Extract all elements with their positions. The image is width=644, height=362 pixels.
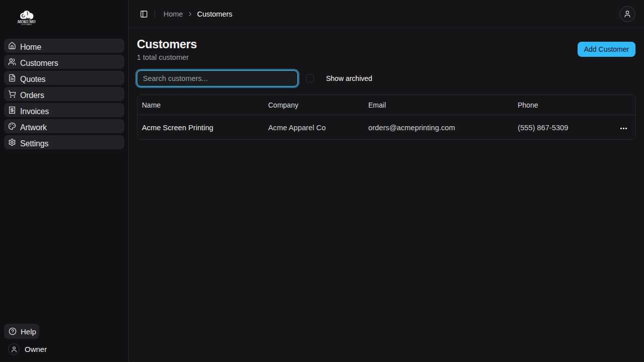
- svg-text:SOFTWARE: SOFTWARE: [21, 24, 32, 26]
